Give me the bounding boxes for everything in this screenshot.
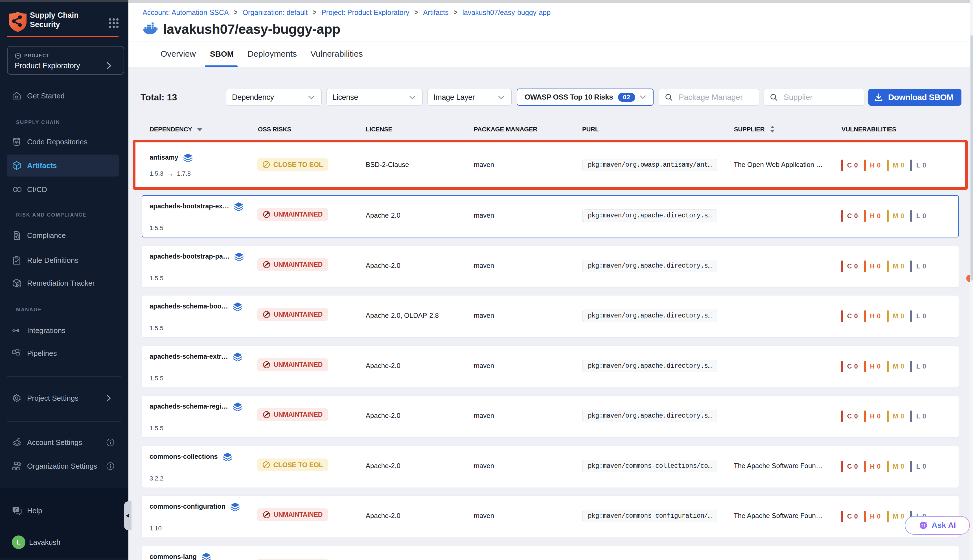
svg-text:?: ? bbox=[15, 507, 17, 512]
